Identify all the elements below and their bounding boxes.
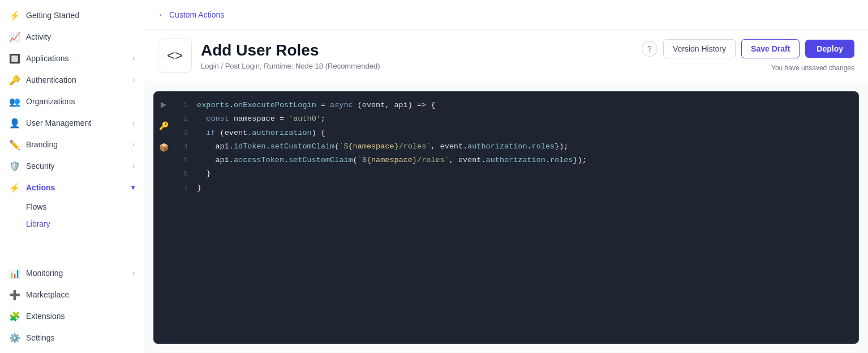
chevron-icon: ›	[132, 76, 135, 84]
back-label: Custom Actions	[169, 10, 224, 19]
code-line: }	[197, 181, 849, 195]
chevron-icon: ›	[132, 141, 135, 148]
sidebar-item-marketplace[interactable]: ➕ Marketplace	[0, 284, 144, 305]
page-title: Add User Roles	[201, 41, 633, 60]
sidebar: ⚡ Getting Started 📈 Activity 🔲 Applicati…	[0, 0, 144, 353]
sidebar-item-label: Applications	[26, 54, 69, 63]
back-arrow: ←	[158, 10, 166, 19]
organizations-icon: 👥	[9, 96, 20, 107]
monitoring-icon: 📊	[9, 267, 20, 279]
code-line: exports.onExecutePostLogin = async (even…	[197, 99, 849, 112]
editor-sidebar: ▶ 🔑 📦	[154, 92, 174, 343]
sidebar-item-monitoring[interactable]: 📊 Monitoring ›	[0, 262, 144, 284]
chevron-icon: ›	[132, 162, 135, 170]
marketplace-icon: ➕	[9, 289, 20, 300]
deploy-button[interactable]: Deploy	[805, 40, 854, 58]
sidebar-subitem-library[interactable]: Library	[0, 215, 144, 232]
action-icon: <>	[158, 39, 192, 73]
sidebar-subitem-flows[interactable]: Flows	[0, 198, 144, 215]
code-line: const namespace = 'auth0';	[197, 112, 849, 126]
sidebar-item-user-management[interactable]: 👤 User Management ›	[0, 112, 144, 134]
sidebar-item-security[interactable]: 🛡️ Security ›	[0, 155, 144, 177]
sidebar-item-extensions[interactable]: 🧩 Extensions	[0, 305, 144, 327]
branding-icon: ✏️	[9, 139, 20, 150]
actions-icon: ⚡	[9, 182, 20, 193]
sidebar-item-label: Monitoring	[26, 269, 63, 278]
page-subtitle: Login / Post Login, Runtime: Node 18 (Re…	[201, 62, 633, 70]
chevron-icon: ›	[132, 119, 135, 127]
extensions-icon: 🧩	[9, 311, 20, 322]
code-line: }	[197, 167, 849, 181]
sidebar-item-label: Actions	[26, 183, 55, 192]
save-draft-button[interactable]: Save Draft	[741, 39, 800, 58]
code-line: if (event.authorization) {	[197, 126, 849, 140]
user-management-icon: 👤	[9, 117, 20, 129]
sidebar-item-label: Branding	[26, 140, 58, 149]
sidebar-item-label: Extensions	[26, 312, 65, 321]
line-numbers: 1234567	[174, 99, 197, 195]
code-icon: <>	[167, 48, 183, 63]
version-history-button[interactable]: Version History	[663, 39, 736, 58]
code-editor[interactable]: ▶ 🔑 📦 1234567exports.onExecutePostLogin …	[153, 91, 859, 344]
sidebar-item-label: Marketplace	[26, 290, 69, 299]
sidebar-item-authentication[interactable]: 🔑 Authentication ›	[0, 69, 144, 91]
sidebar-item-getting-started[interactable]: ⚡ Getting Started	[0, 5, 144, 26]
package-icon[interactable]: 📦	[158, 142, 170, 153]
sidebar-item-label: Activity	[26, 32, 51, 41]
sidebar-item-label: Organizations	[26, 97, 75, 106]
sidebar-item-applications[interactable]: 🔲 Applications ›	[0, 48, 144, 69]
activity-icon: 📈	[9, 31, 20, 42]
sidebar-item-label: Security	[26, 161, 55, 171]
sidebar-item-organizations[interactable]: 👥 Organizations	[0, 91, 144, 112]
chevron-icon: ›	[132, 269, 135, 277]
chevron-icon: ▾	[131, 184, 135, 192]
editor-code-area[interactable]: 1234567exports.onExecutePostLogin = asyn…	[174, 92, 858, 343]
code-lines: exports.onExecutePostLogin = async (even…	[197, 99, 858, 195]
chevron-icon: ›	[132, 54, 135, 62]
sidebar-item-activity[interactable]: 📈 Activity	[0, 26, 144, 48]
page-header: <> Add User Roles Login / Post Login, Ru…	[144, 29, 868, 82]
applications-icon: 🔲	[9, 53, 20, 64]
header-title-group: Add User Roles Login / Post Login, Runti…	[201, 41, 633, 71]
sidebar-item-actions[interactable]: ⚡ Actions ▾	[0, 177, 144, 198]
sidebar-item-branding[interactable]: ✏️ Branding ›	[0, 134, 144, 155]
getting-started-icon: ⚡	[9, 10, 20, 21]
code-line: api.idToken.setCustomClaim(`${namespace}…	[197, 140, 849, 154]
sidebar-item-label: Getting Started	[26, 11, 79, 20]
back-link[interactable]: ← Custom Actions	[158, 10, 224, 19]
settings-icon: ⚙️	[9, 332, 20, 343]
main-content: ← Custom Actions <> Add User Roles Login…	[144, 0, 868, 353]
unsaved-changes-message: You have unsaved changes	[771, 64, 854, 72]
sidebar-item-settings[interactable]: ⚙️ Settings	[0, 327, 144, 348]
sidebar-item-label: User Management	[26, 118, 91, 127]
sidebar-item-label: Settings	[26, 333, 55, 342]
authentication-icon: 🔑	[9, 74, 20, 86]
help-icon[interactable]: ?	[642, 41, 658, 57]
code-line: api.accessToken.setCustomClaim(`${namesp…	[197, 154, 849, 167]
header-actions: ? Version History Save Draft Deploy You …	[642, 39, 854, 72]
key-icon[interactable]: 🔑	[158, 120, 170, 131]
play-icon[interactable]: ▶	[158, 99, 170, 110]
sidebar-item-label: Authentication	[26, 75, 76, 84]
security-icon: 🛡️	[9, 160, 20, 172]
topbar: ← Custom Actions	[144, 0, 868, 29]
